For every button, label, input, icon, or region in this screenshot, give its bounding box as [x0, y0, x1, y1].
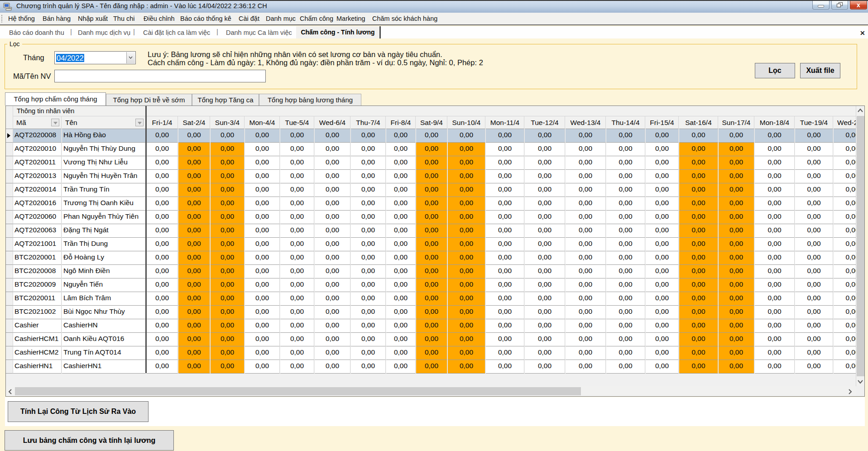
svg-text:x: x: [857, 1, 860, 9]
